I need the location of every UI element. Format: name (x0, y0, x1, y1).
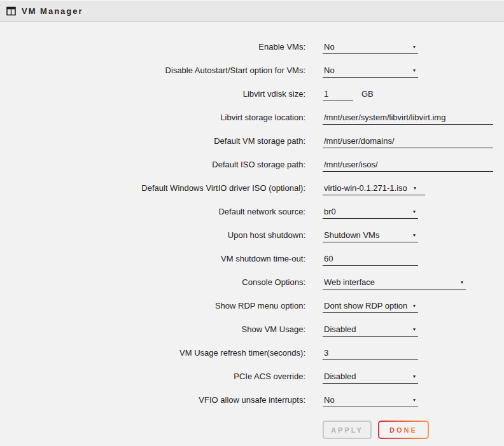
form-row: Default Windows VirtIO driver ISO (optio… (0, 177, 504, 200)
titlebar: VM Manager (0, 0, 504, 22)
field-label: Disable Autostart/Start option for VMs: (0, 59, 305, 83)
disable-autostart-select[interactable]: No ▼ (323, 66, 418, 78)
form-row: Default ISO storage path: (0, 153, 504, 177)
enable-vms-select[interactable]: No ▼ (323, 42, 418, 54)
show-rdp-menu-select[interactable]: Dont show RDP option ▼ (323, 301, 418, 313)
chevron-down-icon: ▼ (412, 373, 416, 381)
field-label: Default Windows VirtIO driver ISO (optio… (0, 177, 305, 200)
field-label: VM Usage refresh timer(seconds): (0, 342, 305, 365)
field-label: Default VM storage path: (0, 130, 305, 153)
form-row: Console Options: Web interface ▼ (0, 271, 504, 295)
field-label: VFIO allow unsafe interrupts: (0, 389, 305, 412)
form-row: Default network source: br0 ▼ (0, 200, 504, 224)
vm-usage-refresh-timer-input[interactable] (323, 348, 418, 360)
form-row: Default VM storage path: (0, 130, 504, 153)
show-vm-usage-select[interactable]: Disabled ▼ (323, 324, 418, 337)
chevron-down-icon: ▼ (412, 185, 417, 193)
form-row: Libvirt storage location: (0, 106, 504, 130)
form-row: Disable Autostart/Start option for VMs: … (0, 59, 504, 83)
apply-button[interactable]: APPLY (323, 421, 372, 439)
unit-label: GB (361, 89, 374, 99)
field-label: Console Options: (0, 271, 305, 295)
chevron-down-icon: ▼ (412, 396, 416, 405)
libvirt-storage-location-input[interactable] (323, 113, 493, 125)
form-row: VM shutdown time-out: (0, 247, 504, 271)
field-label: Libvirt vdisk size: (0, 83, 305, 106)
default-iso-storage-path-input[interactable] (323, 160, 493, 172)
vfio-unsafe-interrupts-select[interactable]: No ▼ (323, 395, 418, 407)
field-label: VM shutdown time-out: (0, 247, 305, 271)
settings-form: Enable VMs: No ▼ Disable Autostart/Start… (0, 22, 504, 439)
upon-host-shutdown-select[interactable]: Shutdown VMs ▼ (323, 230, 418, 242)
pcie-acs-override-select[interactable]: Disabled ▼ (323, 372, 418, 384)
field-label: Upon host shutdown: (0, 224, 305, 247)
field-label: Show RDP menu option: (0, 295, 305, 318)
virtio-driver-iso-select[interactable]: virtio-win-0.1.271-1.iso ▼ (323, 183, 425, 195)
form-row: Enable VMs: No ▼ (0, 36, 504, 59)
default-network-source-select[interactable]: br0 ▼ (323, 207, 418, 219)
form-row: Libvirt vdisk size: GB (0, 83, 504, 106)
console-options-select[interactable]: Web interface ▼ (323, 277, 466, 289)
chevron-down-icon: ▼ (412, 326, 416, 334)
default-vm-storage-path-input[interactable] (323, 136, 493, 148)
libvirt-vdisk-size-input[interactable] (323, 89, 353, 101)
form-row: Show RDP menu option: Dont show RDP opti… (0, 295, 504, 318)
field-label: Default network source: (0, 200, 305, 224)
page-title: VM Manager (22, 6, 83, 16)
form-row: VFIO allow unsafe interrupts: No ▼ (0, 389, 504, 412)
chevron-down-icon: ▼ (412, 208, 416, 216)
field-label: PCIe ACS override: (0, 365, 305, 389)
chevron-down-icon: ▼ (412, 232, 416, 240)
field-label: Show VM Usage: (0, 318, 305, 342)
form-row: VM Usage refresh timer(seconds): (0, 342, 504, 365)
done-button[interactable]: DONE (378, 421, 429, 439)
field-label: Enable VMs: (0, 36, 305, 59)
field-label: Libvirt storage location: (0, 106, 305, 130)
button-row: APPLY DONE (323, 421, 504, 439)
chevron-down-icon: ▼ (412, 43, 416, 52)
field-label: Default ISO storage path: (0, 153, 305, 177)
chevron-down-icon: ▼ (459, 279, 464, 287)
done-button-label: DONE (389, 426, 417, 434)
chevron-down-icon: ▼ (412, 302, 416, 310)
chevron-down-icon: ▼ (412, 67, 416, 75)
vm-shutdown-timeout-input[interactable] (323, 254, 418, 266)
form-row: PCIe ACS override: Disabled ▼ (0, 365, 504, 389)
form-row: Show VM Usage: Disabled ▼ (0, 318, 504, 342)
columns-icon (6, 6, 16, 16)
form-row: Upon host shutdown: Shutdown VMs ▼ (0, 224, 504, 247)
